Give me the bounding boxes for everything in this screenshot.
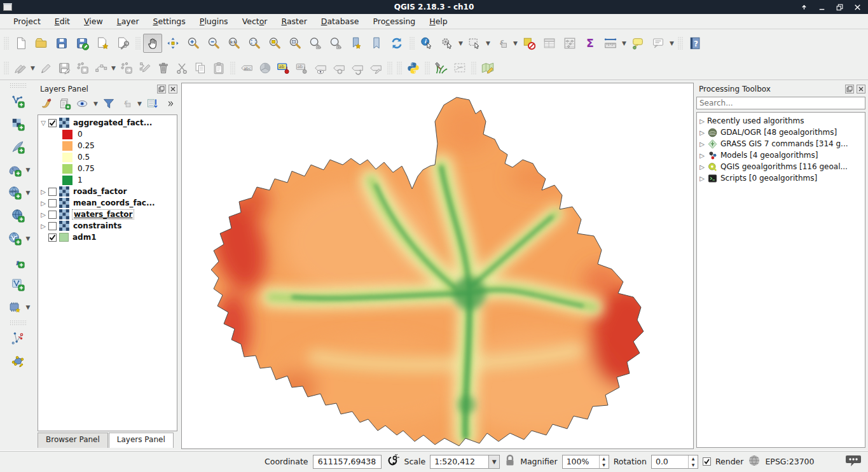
grass-tools-button[interactable]	[432, 59, 450, 76]
algorithm-group[interactable]: ▷QGIS geoalgorithms [116 geoal...	[697, 161, 865, 172]
float-panel-button[interactable]	[845, 85, 854, 94]
log-messages-icon[interactable]	[845, 454, 862, 469]
algorithm-group[interactable]: ▷GRASS GIS 7 commands [314 g...	[697, 138, 865, 149]
add-wcs-layer-button[interactable]	[8, 206, 27, 225]
measure-button[interactable]	[601, 34, 620, 53]
manage-visibility-button[interactable]	[75, 96, 90, 111]
move-feature-button[interactable]	[118, 59, 135, 76]
copy-features-button[interactable]	[191, 59, 209, 76]
deselect-features-button[interactable]	[520, 34, 539, 53]
menu-processing[interactable]: Processing	[367, 15, 421, 28]
layer-name[interactable]: waters_factor	[72, 209, 134, 219]
expand-arrow-icon[interactable]: ▷	[38, 188, 48, 195]
text-annotation-button[interactable]	[649, 34, 668, 53]
collapse-arrow-icon[interactable]: ▽	[38, 120, 48, 127]
expand-collapse-button[interactable]	[145, 96, 160, 111]
add-group-button[interactable]	[57, 96, 72, 111]
save-layer-edits-button[interactable]	[55, 59, 72, 76]
chevron-down-icon[interactable]: ▼	[621, 34, 628, 52]
layer-visibility-checkbox[interactable]	[48, 119, 57, 127]
composer-manager-button[interactable]	[113, 34, 132, 53]
render-checkbox[interactable]	[703, 457, 711, 466]
current-edits-button[interactable]	[11, 59, 29, 76]
field-calculator-sigma-button[interactable]: Σ	[581, 34, 600, 53]
spin-up-icon[interactable]: ▲	[600, 455, 609, 462]
rotation-spinbox[interactable]: 0.0 ▲▼	[651, 455, 698, 469]
add-spatialite-layer-button[interactable]	[8, 137, 27, 156]
processing-search-input[interactable]	[697, 99, 865, 108]
algorithm-group[interactable]: ▷GDALGDAL/OGR [48 geoalgorithms]	[697, 127, 865, 138]
menu-help[interactable]: Help	[424, 15, 453, 28]
expand-arrow-icon[interactable]: ▷	[697, 163, 707, 170]
algorithm-group[interactable]: ▷Recently used algorithms	[697, 115, 865, 127]
restore-button[interactable]	[835, 3, 844, 11]
layer-name[interactable]: mean_coords_fac...	[72, 198, 156, 207]
topology-checker-button[interactable]	[8, 329, 27, 348]
toolbar-handle[interactable]	[677, 36, 683, 50]
paste-features-button[interactable]	[210, 59, 227, 76]
spin-up-icon[interactable]: ▲	[689, 455, 698, 462]
minimize-button[interactable]	[817, 3, 826, 11]
menu-plugins[interactable]: Plugins	[194, 15, 234, 28]
menu-edit[interactable]: Edit	[49, 15, 76, 28]
toolbar-handle[interactable]	[409, 36, 415, 50]
diagram-button[interactable]	[256, 59, 273, 76]
expand-arrow-icon[interactable]: ▷	[38, 211, 48, 218]
float-panel-button[interactable]	[157, 85, 166, 94]
menu-project[interactable]: Project	[8, 15, 46, 28]
chevron-down-icon[interactable]: ▼	[110, 59, 117, 77]
shade-button[interactable]	[799, 3, 808, 11]
pin-labels-button[interactable]: ab	[293, 59, 310, 76]
expand-arrow-icon[interactable]: ▷	[38, 223, 48, 230]
toggle-editing-button[interactable]	[37, 59, 54, 76]
attribute-table-button[interactable]	[540, 34, 559, 53]
chevron-down-icon[interactable]: ▼	[25, 230, 32, 247]
algorithm-group[interactable]: ▷Models [4 geoalgorithms]	[697, 149, 865, 161]
new-temp-scratch-layer-button[interactable]	[5, 298, 24, 317]
toolbar-handle[interactable]	[135, 36, 141, 50]
layer-name[interactable]: roads_factor	[72, 187, 128, 196]
zoom-native-button[interactable]: 1:1	[224, 34, 244, 53]
chevron-down-icon[interactable]: ▼	[668, 34, 675, 52]
zoom-full-button[interactable]	[245, 34, 264, 53]
toolbar-handle[interactable]	[10, 83, 26, 88]
select-by-expression-button[interactable]: ε	[492, 34, 511, 53]
expression-filter-button[interactable]: ε	[119, 96, 134, 111]
layer-visibility-checkbox[interactable]	[48, 233, 57, 242]
expand-arrow-icon[interactable]: ▷	[697, 118, 707, 125]
toolbar-handle[interactable]	[230, 61, 235, 75]
chevron-down-icon[interactable]: ▼	[136, 95, 143, 113]
open-project-button[interactable]	[32, 34, 51, 53]
toolbar-handle[interactable]	[396, 61, 402, 75]
node-tool-button[interactable]	[136, 59, 153, 76]
map-tips-button[interactable]	[628, 34, 647, 53]
chevron-down-icon[interactable]: ▼	[457, 34, 464, 52]
grass-edit-button[interactable]	[479, 59, 496, 76]
overflow-chevron-button[interactable]	[163, 96, 178, 111]
cut-features-button[interactable]	[173, 59, 190, 76]
python-console-button[interactable]	[404, 59, 422, 76]
menu-raster[interactable]: Raster	[275, 15, 312, 28]
filter-legend-button[interactable]	[101, 96, 116, 111]
save-project-as-button[interactable]	[72, 34, 92, 53]
chevron-down-icon[interactable]: ▼	[92, 95, 99, 113]
map-canvas[interactable]	[181, 83, 694, 449]
chevron-down-icon[interactable]: ▼	[25, 298, 32, 316]
new-composer-button[interactable]	[93, 34, 112, 53]
layer-visibility-checkbox[interactable]	[48, 199, 57, 207]
toolbar-handle[interactable]	[3, 36, 9, 50]
add-circular-string-button[interactable]	[92, 59, 109, 76]
menu-view[interactable]: View	[78, 15, 109, 28]
select-features-button[interactable]	[465, 34, 484, 53]
show-bookmarks-button[interactable]	[367, 34, 386, 53]
tab-layers-panel[interactable]: Layers Panel	[109, 433, 174, 448]
expand-arrow-icon[interactable]: ▷	[38, 200, 48, 207]
grass-region-button[interactable]	[451, 59, 468, 76]
layer-styling-button[interactable]	[39, 96, 55, 111]
zoom-last-button[interactable]	[306, 34, 325, 53]
menu-vector[interactable]: Vector	[237, 15, 273, 28]
identify-features-button[interactable]: i	[417, 34, 436, 53]
layer-item-waters-factor[interactable]: ▷waters_factor	[38, 209, 177, 220]
chevron-down-icon[interactable]: ▼	[25, 184, 32, 202]
crs-status-label[interactable]: EPSG:23700	[765, 457, 814, 466]
